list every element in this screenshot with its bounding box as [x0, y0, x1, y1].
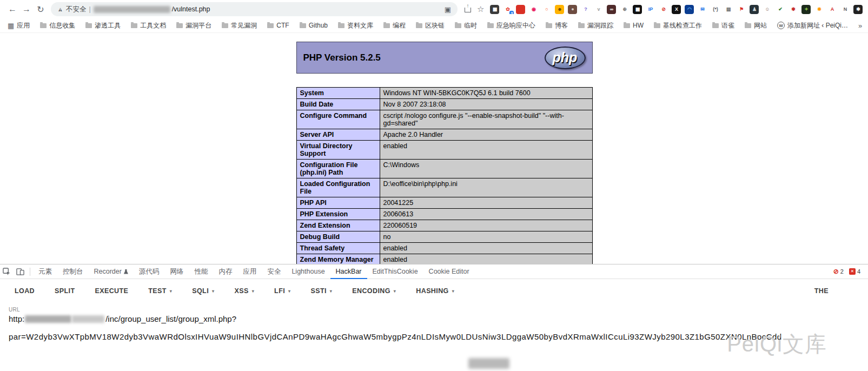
- bookmark-item[interactable]: 应急响应中心: [487, 21, 535, 30]
- extension-icon[interactable]: IP: [646, 5, 655, 14]
- bookmark-item[interactable]: 网站: [745, 21, 767, 30]
- issues-badge[interactable]: ⊘ 2: [833, 268, 844, 275]
- hackbar-button-label: TEST: [148, 287, 167, 295]
- url-field[interactable]: http: /inc/group_user_list/group_xml.php…: [9, 314, 859, 323]
- bookmark-item[interactable]: 资料文库: [338, 21, 373, 30]
- bookmark-item[interactable]: 漏洞跟踪: [578, 21, 613, 30]
- hackbar-button-label: LFI: [274, 287, 285, 295]
- extension-icon[interactable]: ♟: [750, 5, 759, 14]
- phpinfo-value-cell: enabled: [380, 141, 592, 160]
- hackbar-button-hashing[interactable]: HASHING▾: [416, 287, 454, 295]
- extension-icon[interactable]: N: [840, 5, 850, 14]
- extension-icon[interactable]: ▦: [633, 5, 642, 14]
- extension-icon[interactable]: ✔: [776, 5, 785, 14]
- bookmark-item[interactable]: 基线检查工作: [654, 21, 702, 30]
- page-action-icon[interactable]: ▣: [445, 5, 451, 14]
- bookmark-item[interactable]: 渗透工具: [85, 21, 121, 30]
- extension-icon[interactable]: ∞: [607, 5, 616, 14]
- bookmark-item[interactable]: 漏洞平台: [176, 21, 211, 30]
- extension-icon[interactable]: ▦: [490, 5, 499, 14]
- extension-icon[interactable]: v: [594, 5, 603, 14]
- inspect-element-icon[interactable]: [0, 268, 14, 276]
- bookmark-item[interactable]: CTF: [267, 22, 289, 29]
- hackbar-button-test[interactable]: TEST▾: [148, 287, 172, 295]
- devtools-tab[interactable]: Lighthouse: [286, 264, 330, 279]
- extension-icon[interactable]: [516, 5, 525, 14]
- bookmark-item[interactable]: 语雀: [712, 21, 734, 30]
- extension-icon[interactable]: ✱: [853, 5, 863, 14]
- devtools-tab[interactable]: 网络: [164, 264, 189, 279]
- extension-icon[interactable]: X: [672, 5, 681, 14]
- phpinfo-value-cell: Apache 2.0 Handler: [380, 129, 592, 141]
- bookmark-item[interactable]: 信息收集: [40, 21, 75, 30]
- extension-icon[interactable]: ○: [542, 5, 551, 14]
- extension-icon[interactable]: ⚑: [737, 5, 746, 14]
- phpinfo-label-cell: Build Date: [296, 99, 380, 110]
- devtools-tab[interactable]: 内存: [213, 264, 237, 279]
- bookmark-wordpress[interactable]: W 添加新网址 ‹ PeiQi…: [777, 21, 848, 30]
- bookmark-item[interactable]: Github: [300, 22, 328, 29]
- devtools-tab[interactable]: 元素: [33, 264, 57, 279]
- extension-icon[interactable]: ✾: [789, 5, 798, 14]
- hackbar-button-load[interactable]: LOAD: [15, 287, 35, 295]
- devtools-tab[interactable]: EditThisCookie: [367, 264, 423, 279]
- back-icon[interactable]: ←: [5, 4, 19, 14]
- devtools-tab[interactable]: 应用: [237, 264, 262, 279]
- refresh-icon[interactable]: ↻: [34, 4, 48, 15]
- extension-icon[interactable]: ✿3: [503, 5, 512, 14]
- extension-icon[interactable]: ▤: [724, 5, 733, 14]
- errors-badge[interactable]: ✕ 4: [849, 268, 860, 275]
- bookmark-apps[interactable]: ▦ 应用: [8, 21, 30, 30]
- bookmark-item[interactable]: HW: [624, 22, 644, 29]
- chevron-down-icon: ▾: [170, 289, 172, 294]
- extension-icon[interactable]: A: [827, 5, 837, 14]
- security-warning-label[interactable]: 不安全: [66, 5, 87, 14]
- hackbar-button-sqli[interactable]: SQLI▾: [192, 287, 214, 295]
- phpinfo-row: PHP API20041225: [296, 197, 592, 209]
- extension-icon[interactable]: ?: [581, 5, 590, 14]
- bookmark-item[interactable]: 工具文档: [131, 21, 166, 30]
- devtools-tab[interactable]: 控制台: [57, 264, 89, 279]
- hackbar-theme-button[interactable]: THE: [814, 287, 829, 295]
- extension-icon[interactable]: ●: [568, 5, 577, 14]
- phpinfo-block: PHP Version 5.2.5 php SystemWindows NT W…: [296, 42, 593, 264]
- devtools-tab[interactable]: 安全: [262, 264, 286, 279]
- devtools-tab[interactable]: 性能: [189, 264, 213, 279]
- bookmark-star-icon[interactable]: ☆: [477, 4, 484, 14]
- extension-icon[interactable]: ✉: [698, 5, 707, 14]
- extension-icon[interactable]: ✦: [801, 5, 811, 14]
- address-bar[interactable]: ▲! 不安全 | /vulntest.php ▣: [51, 2, 458, 16]
- bookmark-item[interactable]: 编程: [383, 21, 406, 30]
- extension-icon[interactable]: ◉: [529, 5, 538, 14]
- extension-icon[interactable]: ❋: [814, 5, 824, 14]
- hackbar-button-encoding[interactable]: ENCODING▾: [352, 287, 396, 295]
- bookmarks-overflow-icon[interactable]: »: [858, 22, 862, 30]
- bookmark-item[interactable]: 博客: [546, 21, 568, 30]
- folder-icon: [416, 23, 422, 28]
- devtools-tab[interactable]: 源代码: [134, 264, 165, 279]
- hackbar-button-xss[interactable]: XSS▾: [234, 287, 254, 295]
- extension-icon[interactable]: ◠: [685, 5, 694, 14]
- devtools-tab[interactable]: HackBar: [330, 264, 367, 279]
- extension-icon[interactable]: (*): [711, 5, 720, 14]
- hackbar-button-lfi[interactable]: LFI▾: [274, 287, 290, 295]
- hackbar-button-execute[interactable]: EXECUTE: [95, 287, 128, 295]
- extension-icon[interactable]: ⊕: [620, 5, 629, 14]
- hackbar-button-ssti[interactable]: SSTI▾: [310, 287, 332, 295]
- error-icon: ✕: [849, 268, 856, 275]
- folder-icon: [131, 23, 137, 28]
- bookmark-item[interactable]: 常见漏洞: [222, 21, 257, 30]
- bookmark-item[interactable]: 区块链: [416, 21, 445, 30]
- extension-icon[interactable]: ☺: [763, 5, 772, 14]
- share-icon[interactable]: ↑: [465, 8, 471, 12]
- forward-icon[interactable]: →: [19, 4, 34, 14]
- extension-icon[interactable]: ⊘: [659, 5, 668, 14]
- extension-icon[interactable]: ☻: [555, 5, 564, 14]
- php-logo: php: [545, 47, 586, 69]
- hackbar-button-split[interactable]: SPLIT: [55, 287, 75, 295]
- device-toolbar-icon[interactable]: [14, 268, 27, 276]
- devtools-tab[interactable]: Recorder: [89, 264, 134, 279]
- devtools-tab[interactable]: Cookie Editor: [423, 264, 475, 279]
- bookmark-item[interactable]: 临时: [455, 21, 477, 30]
- bookmarks-bar: ▦ 应用 信息收集渗透工具工具文档漏洞平台常见漏洞CTFGithub资料文库编程…: [0, 18, 868, 33]
